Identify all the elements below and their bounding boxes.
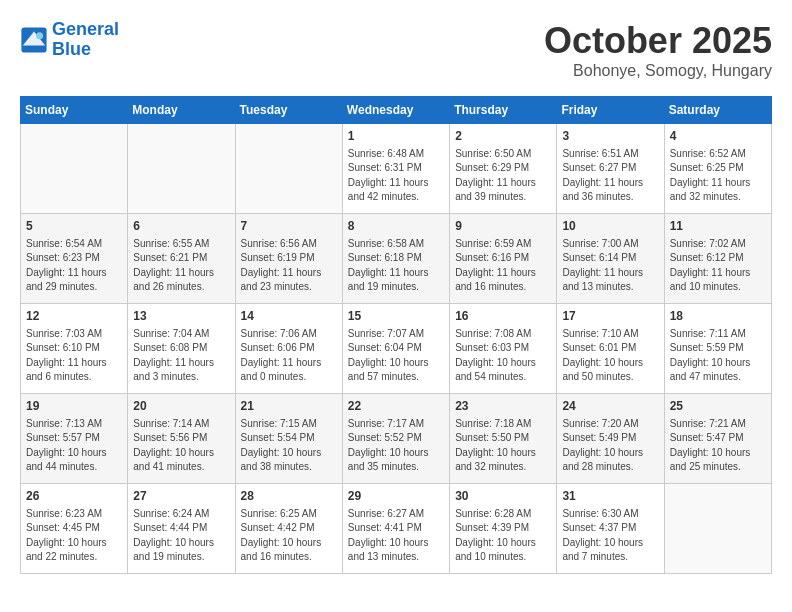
calendar-cell: 7Sunrise: 6:56 AM Sunset: 6:19 PM Daylig… — [235, 214, 342, 304]
cell-details: Sunrise: 7:08 AM Sunset: 6:03 PM Dayligh… — [455, 327, 551, 385]
cell-details: Sunrise: 7:11 AM Sunset: 5:59 PM Dayligh… — [670, 327, 766, 385]
calendar-cell — [21, 124, 128, 214]
calendar-cell: 4Sunrise: 6:52 AM Sunset: 6:25 PM Daylig… — [664, 124, 771, 214]
calendar-week-row: 12Sunrise: 7:03 AM Sunset: 6:10 PM Dayli… — [21, 304, 772, 394]
cell-details: Sunrise: 6:54 AM Sunset: 6:23 PM Dayligh… — [26, 237, 122, 295]
calendar-cell: 1Sunrise: 6:48 AM Sunset: 6:31 PM Daylig… — [342, 124, 449, 214]
calendar-cell: 9Sunrise: 6:59 AM Sunset: 6:16 PM Daylig… — [450, 214, 557, 304]
day-number: 5 — [26, 218, 122, 235]
cell-details: Sunrise: 7:00 AM Sunset: 6:14 PM Dayligh… — [562, 237, 658, 295]
calendar-cell — [235, 124, 342, 214]
day-number: 20 — [133, 398, 229, 415]
cell-details: Sunrise: 7:21 AM Sunset: 5:47 PM Dayligh… — [670, 417, 766, 475]
cell-details: Sunrise: 6:52 AM Sunset: 6:25 PM Dayligh… — [670, 147, 766, 205]
weekday-header: Sunday — [21, 97, 128, 124]
svg-point-2 — [36, 32, 43, 39]
cell-details: Sunrise: 6:24 AM Sunset: 4:44 PM Dayligh… — [133, 507, 229, 565]
calendar-cell: 11Sunrise: 7:02 AM Sunset: 6:12 PM Dayli… — [664, 214, 771, 304]
day-number: 17 — [562, 308, 658, 325]
calendar-cell: 13Sunrise: 7:04 AM Sunset: 6:08 PM Dayli… — [128, 304, 235, 394]
cell-details: Sunrise: 6:28 AM Sunset: 4:39 PM Dayligh… — [455, 507, 551, 565]
calendar-cell: 19Sunrise: 7:13 AM Sunset: 5:57 PM Dayli… — [21, 394, 128, 484]
day-number: 23 — [455, 398, 551, 415]
cell-details: Sunrise: 6:50 AM Sunset: 6:29 PM Dayligh… — [455, 147, 551, 205]
calendar-cell: 10Sunrise: 7:00 AM Sunset: 6:14 PM Dayli… — [557, 214, 664, 304]
weekday-header: Friday — [557, 97, 664, 124]
calendar-cell: 26Sunrise: 6:23 AM Sunset: 4:45 PM Dayli… — [21, 484, 128, 574]
cell-details: Sunrise: 6:51 AM Sunset: 6:27 PM Dayligh… — [562, 147, 658, 205]
cell-details: Sunrise: 7:04 AM Sunset: 6:08 PM Dayligh… — [133, 327, 229, 385]
calendar-cell: 25Sunrise: 7:21 AM Sunset: 5:47 PM Dayli… — [664, 394, 771, 484]
calendar-cell: 17Sunrise: 7:10 AM Sunset: 6:01 PM Dayli… — [557, 304, 664, 394]
calendar-cell: 15Sunrise: 7:07 AM Sunset: 6:04 PM Dayli… — [342, 304, 449, 394]
cell-details: Sunrise: 6:25 AM Sunset: 4:42 PM Dayligh… — [241, 507, 337, 565]
month-title: October 2025 — [544, 20, 772, 62]
calendar-cell: 30Sunrise: 6:28 AM Sunset: 4:39 PM Dayli… — [450, 484, 557, 574]
cell-details: Sunrise: 7:06 AM Sunset: 6:06 PM Dayligh… — [241, 327, 337, 385]
logo: General Blue — [20, 20, 119, 60]
calendar-cell: 5Sunrise: 6:54 AM Sunset: 6:23 PM Daylig… — [21, 214, 128, 304]
calendar-cell: 2Sunrise: 6:50 AM Sunset: 6:29 PM Daylig… — [450, 124, 557, 214]
calendar-cell: 21Sunrise: 7:15 AM Sunset: 5:54 PM Dayli… — [235, 394, 342, 484]
calendar-cell: 12Sunrise: 7:03 AM Sunset: 6:10 PM Dayli… — [21, 304, 128, 394]
calendar-cell: 22Sunrise: 7:17 AM Sunset: 5:52 PM Dayli… — [342, 394, 449, 484]
calendar-cell: 18Sunrise: 7:11 AM Sunset: 5:59 PM Dayli… — [664, 304, 771, 394]
cell-details: Sunrise: 6:48 AM Sunset: 6:31 PM Dayligh… — [348, 147, 444, 205]
day-number: 16 — [455, 308, 551, 325]
cell-details: Sunrise: 6:27 AM Sunset: 4:41 PM Dayligh… — [348, 507, 444, 565]
logo-general: General — [52, 19, 119, 39]
day-number: 24 — [562, 398, 658, 415]
day-number: 3 — [562, 128, 658, 145]
calendar-cell: 8Sunrise: 6:58 AM Sunset: 6:18 PM Daylig… — [342, 214, 449, 304]
day-number: 6 — [133, 218, 229, 235]
day-number: 21 — [241, 398, 337, 415]
cell-details: Sunrise: 7:02 AM Sunset: 6:12 PM Dayligh… — [670, 237, 766, 295]
day-number: 11 — [670, 218, 766, 235]
day-number: 13 — [133, 308, 229, 325]
calendar-cell: 14Sunrise: 7:06 AM Sunset: 6:06 PM Dayli… — [235, 304, 342, 394]
calendar-cell: 29Sunrise: 6:27 AM Sunset: 4:41 PM Dayli… — [342, 484, 449, 574]
day-number: 18 — [670, 308, 766, 325]
location-subtitle: Bohonye, Somogy, Hungary — [544, 62, 772, 80]
day-number: 10 — [562, 218, 658, 235]
day-number: 1 — [348, 128, 444, 145]
calendar-cell: 27Sunrise: 6:24 AM Sunset: 4:44 PM Dayli… — [128, 484, 235, 574]
calendar-week-row: 19Sunrise: 7:13 AM Sunset: 5:57 PM Dayli… — [21, 394, 772, 484]
day-number: 19 — [26, 398, 122, 415]
day-number: 2 — [455, 128, 551, 145]
day-number: 28 — [241, 488, 337, 505]
page-header: General Blue October 2025 Bohonye, Somog… — [20, 20, 772, 80]
header-row: SundayMondayTuesdayWednesdayThursdayFrid… — [21, 97, 772, 124]
calendar-cell: 16Sunrise: 7:08 AM Sunset: 6:03 PM Dayli… — [450, 304, 557, 394]
calendar-cell — [664, 484, 771, 574]
calendar-cell: 31Sunrise: 6:30 AM Sunset: 4:37 PM Dayli… — [557, 484, 664, 574]
cell-details: Sunrise: 7:15 AM Sunset: 5:54 PM Dayligh… — [241, 417, 337, 475]
cell-details: Sunrise: 6:59 AM Sunset: 6:16 PM Dayligh… — [455, 237, 551, 295]
day-number: 15 — [348, 308, 444, 325]
day-number: 12 — [26, 308, 122, 325]
day-number: 14 — [241, 308, 337, 325]
cell-details: Sunrise: 7:03 AM Sunset: 6:10 PM Dayligh… — [26, 327, 122, 385]
day-number: 7 — [241, 218, 337, 235]
cell-details: Sunrise: 7:17 AM Sunset: 5:52 PM Dayligh… — [348, 417, 444, 475]
day-number: 4 — [670, 128, 766, 145]
calendar-week-row: 26Sunrise: 6:23 AM Sunset: 4:45 PM Dayli… — [21, 484, 772, 574]
day-number: 30 — [455, 488, 551, 505]
weekday-header: Monday — [128, 97, 235, 124]
weekday-header: Tuesday — [235, 97, 342, 124]
calendar-cell: 23Sunrise: 7:18 AM Sunset: 5:50 PM Dayli… — [450, 394, 557, 484]
calendar-cell — [128, 124, 235, 214]
day-number: 22 — [348, 398, 444, 415]
day-number: 8 — [348, 218, 444, 235]
cell-details: Sunrise: 7:18 AM Sunset: 5:50 PM Dayligh… — [455, 417, 551, 475]
day-number: 25 — [670, 398, 766, 415]
cell-details: Sunrise: 6:23 AM Sunset: 4:45 PM Dayligh… — [26, 507, 122, 565]
cell-details: Sunrise: 6:30 AM Sunset: 4:37 PM Dayligh… — [562, 507, 658, 565]
calendar-week-row: 5Sunrise: 6:54 AM Sunset: 6:23 PM Daylig… — [21, 214, 772, 304]
calendar-week-row: 1Sunrise: 6:48 AM Sunset: 6:31 PM Daylig… — [21, 124, 772, 214]
calendar-table: SundayMondayTuesdayWednesdayThursdayFrid… — [20, 96, 772, 574]
cell-details: Sunrise: 7:14 AM Sunset: 5:56 PM Dayligh… — [133, 417, 229, 475]
calendar-cell: 28Sunrise: 6:25 AM Sunset: 4:42 PM Dayli… — [235, 484, 342, 574]
calendar-cell: 3Sunrise: 6:51 AM Sunset: 6:27 PM Daylig… — [557, 124, 664, 214]
calendar-cell: 20Sunrise: 7:14 AM Sunset: 5:56 PM Dayli… — [128, 394, 235, 484]
